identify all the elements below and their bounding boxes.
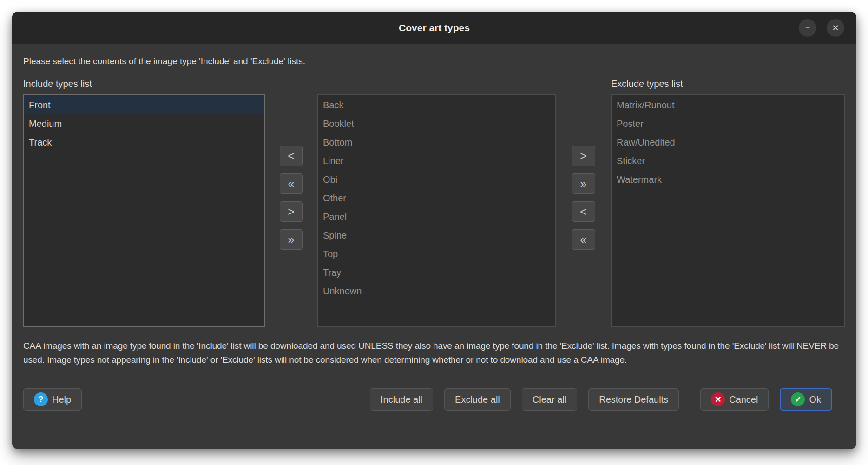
- list-item[interactable]: Unknown: [318, 282, 555, 300]
- ok-button-label: Ok: [809, 394, 821, 405]
- instruction-text: Please select the contents of the image …: [23, 56, 845, 66]
- minimize-icon: −: [805, 19, 810, 37]
- list-item[interactable]: Bottom: [318, 133, 555, 152]
- available-types-list[interactable]: BackBookletBottomLinerObiOtherPanelSpine…: [317, 94, 556, 327]
- double-chevron-left-icon: «: [580, 233, 587, 246]
- restore-defaults-button-label: Restore Defaults: [599, 394, 668, 405]
- exclude-move-in-button[interactable]: >: [572, 146, 595, 166]
- available-list-label: [317, 79, 556, 94]
- list-item[interactable]: Matrix/Runout: [612, 96, 844, 114]
- chevron-left-icon: <: [580, 205, 587, 218]
- list-item[interactable]: Track: [24, 133, 264, 152]
- exclude-move-all-in-button[interactable]: »: [572, 173, 595, 194]
- include-types-list[interactable]: FrontMediumTrack: [23, 94, 265, 327]
- chevron-right-icon: >: [580, 149, 587, 162]
- list-item[interactable]: Panel: [318, 207, 555, 226]
- titlebar[interactable]: Cover art types − ✕: [12, 12, 856, 44]
- window-title: Cover art types: [12, 22, 856, 33]
- cover-art-types-dialog: Cover art types − ✕ Please select the co…: [12, 12, 856, 449]
- explanation-text: CAA images with an image type found in t…: [23, 339, 845, 367]
- cancel-button-label: Cancel: [729, 394, 758, 405]
- cancel-button[interactable]: ✕ Cancel: [700, 388, 769, 411]
- list-item[interactable]: Sticker: [612, 152, 844, 170]
- exclude-move-all-out-button[interactable]: «: [572, 229, 595, 250]
- help-icon: ?: [34, 392, 48, 406]
- restore-defaults-button[interactable]: Restore Defaults: [588, 388, 679, 411]
- list-item[interactable]: Spine: [318, 226, 555, 245]
- chevron-left-icon: <: [288, 149, 295, 162]
- double-chevron-left-icon: «: [288, 177, 295, 190]
- help-button-label: Help: [52, 394, 71, 405]
- include-move-all-out-button[interactable]: »: [280, 229, 303, 250]
- list-item[interactable]: Raw/Unedited: [612, 133, 844, 152]
- double-chevron-right-icon: »: [580, 177, 587, 190]
- chevron-right-icon: >: [288, 205, 295, 218]
- list-item[interactable]: Poster: [612, 114, 844, 133]
- exclude-all-button-label: Exclude all: [455, 394, 500, 405]
- list-item[interactable]: Other: [318, 189, 555, 207]
- include-all-button-label: Include all: [381, 394, 422, 405]
- minimize-button[interactable]: −: [799, 19, 816, 37]
- include-move-out-button[interactable]: >: [280, 201, 303, 222]
- clear-all-button-label: Clear all: [533, 394, 566, 405]
- exclude-types-list[interactable]: Matrix/RunoutPosterRaw/UneditedStickerWa…: [611, 94, 845, 327]
- exclude-move-out-button[interactable]: <: [572, 201, 595, 222]
- exclude-list-label: Exclude types list: [611, 79, 845, 94]
- close-button[interactable]: ✕: [827, 19, 844, 37]
- list-item[interactable]: Top: [318, 245, 555, 263]
- include-all-button[interactable]: Include all: [370, 388, 433, 411]
- include-list-label: Include types list: [23, 79, 265, 94]
- double-chevron-right-icon: »: [288, 233, 295, 246]
- ok-button[interactable]: ✓ Ok: [780, 388, 832, 411]
- include-move-all-in-button[interactable]: «: [280, 173, 303, 194]
- list-item[interactable]: Medium: [24, 114, 264, 133]
- help-button[interactable]: ? Help: [23, 388, 82, 411]
- list-item[interactable]: Back: [318, 96, 555, 114]
- list-item[interactable]: Booklet: [318, 114, 555, 133]
- close-icon: ✕: [832, 19, 839, 37]
- list-item[interactable]: Obi: [318, 170, 555, 189]
- list-item[interactable]: Liner: [318, 152, 555, 170]
- clear-all-button[interactable]: Clear all: [522, 388, 577, 411]
- ok-icon: ✓: [791, 392, 805, 406]
- list-item[interactable]: Watermark: [612, 170, 844, 189]
- list-item[interactable]: Front: [24, 96, 264, 114]
- cancel-icon: ✕: [711, 392, 725, 406]
- exclude-all-button[interactable]: Exclude all: [444, 388, 511, 411]
- include-move-in-button[interactable]: <: [280, 146, 303, 166]
- list-item[interactable]: Tray: [318, 263, 555, 282]
